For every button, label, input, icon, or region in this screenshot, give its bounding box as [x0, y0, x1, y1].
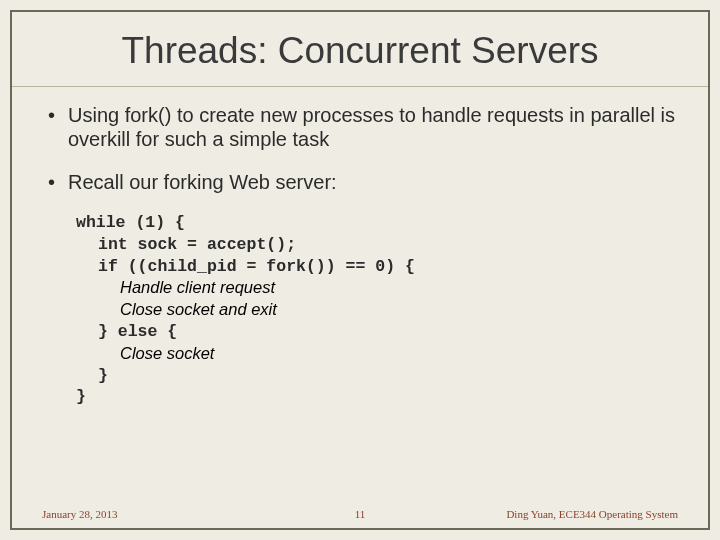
footer-date: January 28, 2013: [42, 508, 117, 520]
code-line: }: [76, 365, 678, 387]
code-line: if ((child_pid = fork()) == 0) {: [76, 256, 678, 278]
code-comment: Close socket: [76, 343, 678, 365]
code-comment: Close socket and exit: [76, 299, 678, 321]
code-comment: Handle client request: [76, 277, 678, 299]
footer-author: Ding Yuan, ECE344 Operating System: [506, 508, 678, 520]
footer: January 28, 2013 11 Ding Yuan, ECE344 Op…: [42, 508, 678, 520]
bullet-list: Using fork() to create new processes to …: [42, 103, 678, 194]
bullet-item: Recall our forking Web server:: [68, 170, 678, 194]
code-line: }: [76, 386, 678, 408]
code-block: while (1) { int sock = accept(); if ((ch…: [76, 212, 678, 408]
code-line: while (1) {: [76, 212, 678, 234]
code-line: } else {: [76, 321, 678, 343]
bullet-item: Using fork() to create new processes to …: [68, 103, 678, 152]
code-line: int sock = accept();: [76, 234, 678, 256]
footer-page: 11: [355, 508, 366, 520]
slide-title: Threads: Concurrent Servers: [42, 30, 678, 86]
divider: [12, 86, 708, 87]
slide: Threads: Concurrent Servers Using fork()…: [10, 10, 710, 530]
